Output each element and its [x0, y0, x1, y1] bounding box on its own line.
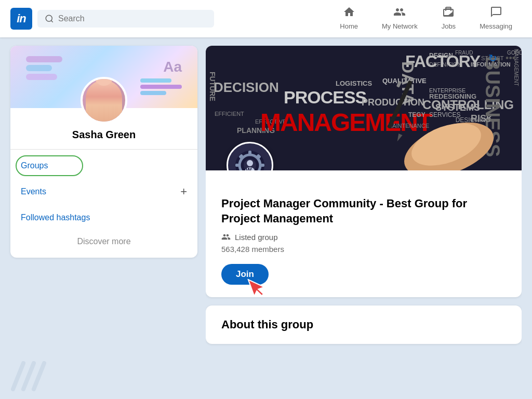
messaging-label: Messaging	[480, 22, 512, 30]
svg-point-18	[247, 160, 253, 166]
wc-future: FUTURE	[208, 72, 217, 101]
hand-pen-illustration	[366, 66, 511, 170]
group-logo: W	[227, 142, 273, 170]
nav-bar: Home My Network Jobs Messaging	[330, 2, 522, 36]
hashtags-label: Followed hashtags	[21, 213, 90, 222]
search-input[interactable]	[58, 14, 207, 23]
group-logo-icon: W	[234, 150, 265, 170]
group-banner: DESIGN FRAUD STATIST GOODS PLA STATISTIC…	[206, 46, 522, 170]
wc-decision: DECISION	[214, 79, 279, 96]
sidebar-item-hashtags[interactable]: Followed hashtags	[10, 206, 197, 230]
sidebar-item-groups[interactable]: Groups	[10, 154, 197, 178]
svg-point-0	[46, 15, 52, 21]
svg-line-23	[23, 363, 34, 389]
join-button[interactable]: Join	[221, 264, 269, 285]
jobs-icon	[442, 6, 455, 21]
banner-aa-text: Aa	[163, 59, 182, 75]
svg-rect-6	[396, 81, 402, 87]
linkedin-logo[interactable]: in	[10, 8, 32, 30]
nav-my-network[interactable]: My Network	[373, 2, 427, 36]
right-content: DESIGN FRAUD STATIST GOODS PLA STATISTIC…	[206, 46, 522, 391]
join-button-area: Join	[221, 264, 269, 285]
add-event-icon[interactable]: +	[180, 185, 187, 198]
events-label: Events	[21, 187, 46, 196]
top-navigation: in Home My Network Jobs	[0, 0, 532, 37]
group-card: DESIGN FRAUD STATIST GOODS PLA STATISTIC…	[206, 46, 522, 297]
group-info: Project Manager Community - Best Group f…	[206, 170, 522, 297]
sidebar-links: Groups Events + Followed hashtags Discov…	[10, 150, 197, 258]
home-icon	[343, 6, 355, 21]
nav-jobs[interactable]: Jobs	[432, 2, 465, 36]
about-title: About this group	[221, 318, 506, 331]
home-label: Home	[340, 22, 358, 30]
messaging-icon	[490, 6, 502, 21]
left-sidebar: Aa Sasha Green Groups	[10, 46, 197, 391]
nav-home[interactable]: Home	[330, 2, 367, 36]
profile-name: Sasha Green	[21, 129, 187, 141]
decorative-slashes	[8, 361, 49, 394]
wc-process: PROCESS	[284, 87, 366, 108]
svg-text:W: W	[246, 167, 252, 170]
discover-more-link[interactable]: Discover more	[77, 237, 130, 246]
svg-rect-4	[387, 80, 413, 129]
groups-label: Groups	[21, 161, 48, 170]
group-members: 563,428 members	[221, 245, 506, 254]
svg-line-24	[34, 363, 44, 389]
nav-messaging[interactable]: Messaging	[470, 2, 522, 36]
search-bar[interactable]	[37, 10, 214, 28]
my-network-icon	[393, 6, 406, 21]
wc-word: EFFICIENT	[215, 111, 244, 117]
svg-marker-5	[395, 134, 403, 142]
profile-card: Aa Sasha Green Groups	[10, 46, 197, 258]
group-card-actions: ↻ •••	[488, 52, 515, 64]
search-icon	[45, 14, 54, 23]
group-title: Project Manager Community - Best Group f…	[221, 196, 506, 226]
share-icon[interactable]: ↻	[488, 52, 497, 64]
avatar	[81, 77, 127, 124]
banner-decorations	[26, 56, 62, 80]
svg-line-1	[51, 20, 52, 22]
about-card: About this group	[206, 305, 522, 344]
group-type: Listed group	[235, 233, 278, 242]
svg-line-22	[13, 363, 23, 389]
main-content: Aa Sasha Green Groups	[0, 37, 532, 399]
discover-more-section: Discover more	[10, 230, 197, 254]
listed-group-icon	[221, 232, 231, 242]
my-network-label: My Network	[382, 22, 418, 30]
jobs-label: Jobs	[442, 22, 456, 30]
sidebar-item-events[interactable]: Events +	[10, 178, 197, 206]
group-meta: Listed group	[221, 232, 506, 242]
profile-banner: Aa	[10, 46, 197, 108]
more-options-icon[interactable]: •••	[506, 53, 515, 64]
